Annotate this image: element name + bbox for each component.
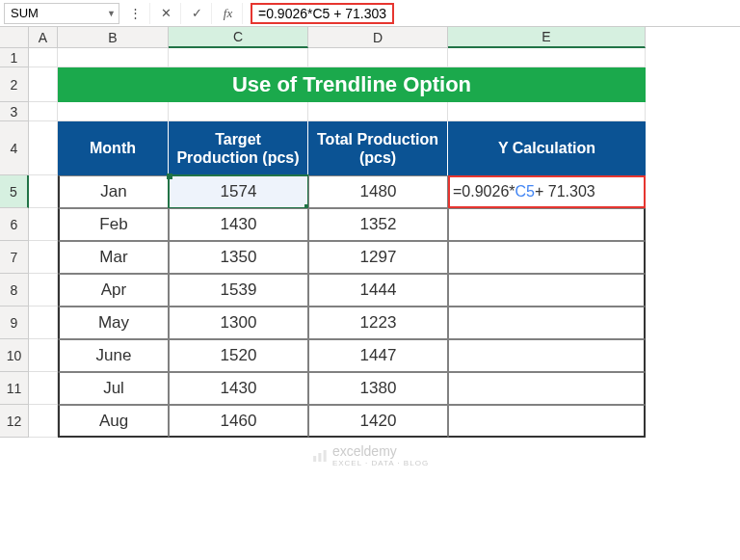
col-head-d[interactable]: D: [308, 27, 448, 48]
formula-text: =0.9026*: [453, 183, 515, 200]
table-row[interactable]: [448, 274, 646, 307]
cell[interactable]: [29, 175, 58, 208]
select-all-corner[interactable]: [0, 27, 29, 48]
col-head-a[interactable]: A: [29, 27, 58, 48]
cell[interactable]: [29, 274, 58, 307]
row-head-8[interactable]: 8: [0, 274, 29, 307]
svg-rect-2: [324, 450, 327, 462]
name-box-dropdown-icon[interactable]: ▼: [107, 9, 116, 18]
table-row[interactable]: [448, 208, 646, 241]
row-head-4[interactable]: 4: [0, 121, 29, 175]
table-row[interactable]: [448, 339, 646, 372]
table-row[interactable]: 1380: [308, 372, 448, 405]
table-row[interactable]: Jan: [58, 175, 169, 208]
dots-icon[interactable]: ⋮: [121, 3, 150, 24]
table-row[interactable]: 1574: [169, 175, 308, 208]
table-row[interactable]: May: [58, 307, 169, 339]
spreadsheet-grid: A B C D E 1 2 Use of Trendline Option 3 …: [0, 27, 740, 438]
table-row[interactable]: [448, 307, 646, 339]
row-head-3[interactable]: 3: [0, 102, 29, 121]
cell[interactable]: [29, 405, 58, 438]
cell[interactable]: [29, 48, 58, 67]
cell[interactable]: [308, 102, 448, 121]
chart-icon: [311, 447, 329, 465]
header-target[interactable]: Target Production (pcs): [169, 121, 308, 175]
watermark-brand: exceldemy: [332, 443, 429, 459]
watermark: exceldemy EXCEL · DATA · BLOG: [311, 443, 429, 467]
table-row[interactable]: Jul: [58, 372, 169, 405]
table-row[interactable]: 1444: [308, 274, 448, 307]
row-head-1[interactable]: 1: [0, 48, 29, 67]
watermark-tag: EXCEL · DATA · BLOG: [332, 459, 429, 467]
name-box[interactable]: SUM ▼: [4, 3, 119, 24]
row-head-11[interactable]: 11: [0, 372, 29, 405]
row-head-10[interactable]: 10: [0, 339, 29, 372]
table-row[interactable]: [448, 372, 646, 405]
table-row[interactable]: 1430: [169, 208, 308, 241]
cell[interactable]: [29, 121, 58, 175]
table-row[interactable]: Mar: [58, 241, 169, 274]
row-head-9[interactable]: 9: [0, 307, 29, 339]
table-row[interactable]: 1350: [169, 241, 308, 274]
table-row[interactable]: Apr: [58, 274, 169, 307]
table-row[interactable]: [448, 405, 646, 438]
cell[interactable]: [29, 67, 58, 102]
table-row[interactable]: 1420: [308, 405, 448, 438]
formula-bar: SUM ▼ ⋮ ✕ ✓ fx =0.9026*C5 + 71.303: [0, 0, 740, 27]
row-head-7[interactable]: 7: [0, 241, 29, 274]
name-box-value: SUM: [11, 6, 39, 20]
formula-text: + 71.303: [535, 183, 595, 200]
accept-formula-icon[interactable]: ✓: [183, 3, 212, 24]
col-head-b[interactable]: B: [58, 27, 169, 48]
col-head-e[interactable]: E: [448, 27, 646, 48]
formula-input[interactable]: =0.9026*C5 + 71.303: [251, 3, 394, 24]
col-head-c[interactable]: C: [169, 27, 308, 48]
cell[interactable]: [29, 102, 58, 121]
cell[interactable]: [448, 48, 646, 67]
table-row[interactable]: 1447: [308, 339, 448, 372]
header-ycalc[interactable]: Y Calculation: [448, 121, 646, 175]
table-row[interactable]: 1460: [169, 405, 308, 438]
svg-rect-1: [318, 453, 321, 462]
table-row[interactable]: 1352: [308, 208, 448, 241]
cell[interactable]: [58, 102, 169, 121]
table-row[interactable]: 1223: [308, 307, 448, 339]
table-row[interactable]: 1430: [169, 372, 308, 405]
row-head-2[interactable]: 2: [0, 67, 29, 102]
table-row[interactable]: 1539: [169, 274, 308, 307]
cell[interactable]: [58, 48, 169, 67]
formula-ref: C5: [515, 183, 535, 200]
cell[interactable]: [169, 102, 308, 121]
cell[interactable]: [29, 307, 58, 339]
header-month[interactable]: Month: [58, 121, 169, 175]
table-row[interactable]: Feb: [58, 208, 169, 241]
title-banner[interactable]: Use of Trendline Option: [58, 67, 646, 102]
header-total[interactable]: Total Production (pcs): [308, 121, 448, 175]
row-head-5[interactable]: 5: [0, 175, 29, 208]
table-row[interactable]: [448, 241, 646, 274]
table-row[interactable]: June: [58, 339, 169, 372]
row-head-12[interactable]: 12: [0, 405, 29, 438]
svg-rect-0: [313, 456, 316, 462]
cancel-formula-icon[interactable]: ✕: [152, 3, 181, 24]
cell[interactable]: [29, 208, 58, 241]
table-row[interactable]: 1300: [169, 307, 308, 339]
cell[interactable]: [169, 48, 308, 67]
cell[interactable]: [448, 102, 646, 121]
table-row[interactable]: 1480: [308, 175, 448, 208]
fx-icon[interactable]: fx: [214, 3, 243, 24]
cell[interactable]: [308, 48, 448, 67]
editing-cell[interactable]: =0.9026*C5 + 71.303: [448, 175, 646, 208]
row-head-6[interactable]: 6: [0, 208, 29, 241]
cell[interactable]: [29, 241, 58, 274]
cell[interactable]: [29, 339, 58, 372]
table-row[interactable]: 1297: [308, 241, 448, 274]
table-row[interactable]: 1520: [169, 339, 308, 372]
table-row[interactable]: Aug: [58, 405, 169, 438]
cell[interactable]: [29, 372, 58, 405]
